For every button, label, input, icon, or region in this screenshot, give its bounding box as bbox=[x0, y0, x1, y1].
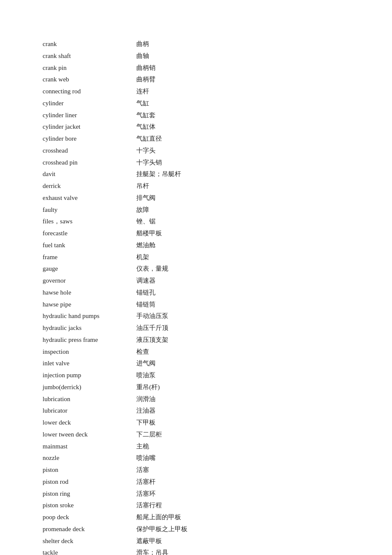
english-term: hawse pipe bbox=[43, 299, 136, 311]
english-term: lower deck bbox=[43, 417, 136, 429]
list-item: cylinder liner气缸套 bbox=[43, 110, 349, 121]
chinese-term: 锉、锯 bbox=[136, 216, 156, 228]
list-item: faulty故障 bbox=[43, 204, 349, 216]
chinese-term: 保护甲板之上甲板 bbox=[136, 523, 187, 535]
list-item: inlet valve进气阀 bbox=[43, 358, 349, 370]
chinese-term: 液压顶支架 bbox=[136, 334, 168, 346]
vocabulary-list: crank曲柄crank shaft曲轴crank pin曲柄销crank we… bbox=[43, 38, 349, 555]
list-item: connecting rod连杆 bbox=[43, 86, 349, 98]
list-item: cylinder气缸 bbox=[43, 98, 349, 110]
list-item: frame机架 bbox=[43, 251, 349, 263]
chinese-term: 仪表，量规 bbox=[136, 263, 168, 275]
chinese-term: 排气阀 bbox=[136, 192, 156, 204]
chinese-term: 遮蔽甲板 bbox=[136, 535, 162, 547]
english-term: tackle bbox=[43, 547, 136, 555]
chinese-term: 船尾上面的甲板 bbox=[136, 512, 181, 523]
list-item: shelter deck遮蔽甲板 bbox=[43, 535, 349, 547]
chinese-term: 气缸套 bbox=[136, 110, 156, 121]
chinese-term: 气缸体 bbox=[136, 121, 156, 133]
list-item: piston活塞 bbox=[43, 464, 349, 476]
english-term: promenade deck bbox=[43, 523, 136, 535]
list-item: files，saws锉、锯 bbox=[43, 216, 349, 228]
list-item: exhaust valve排气阀 bbox=[43, 192, 349, 204]
chinese-term: 调速器 bbox=[136, 275, 156, 287]
english-term: davit bbox=[43, 168, 136, 180]
english-term: crank bbox=[43, 38, 136, 50]
list-item: forecastle艏楼甲板 bbox=[43, 228, 349, 240]
chinese-term: 喷油嘴 bbox=[136, 452, 156, 464]
english-term: crosshead bbox=[43, 145, 136, 157]
english-term: hydraulic press frame bbox=[43, 334, 136, 346]
list-item: mainmast主桅 bbox=[43, 441, 349, 453]
list-item: lower tween deck下二层柜 bbox=[43, 429, 349, 441]
english-term: inspection bbox=[43, 346, 136, 358]
list-item: crank曲柄 bbox=[43, 38, 349, 50]
list-item: gauge仪表，量规 bbox=[43, 263, 349, 275]
chinese-term: 进气阀 bbox=[136, 358, 156, 370]
chinese-term: 气缸 bbox=[136, 98, 149, 110]
list-item: nozzle喷油嘴 bbox=[43, 452, 349, 464]
english-term: crank pin bbox=[43, 62, 136, 74]
english-term: hawse hole bbox=[43, 287, 136, 299]
chinese-term: 主桅 bbox=[136, 441, 149, 453]
chinese-term: 十字头销 bbox=[136, 157, 162, 169]
english-term: inlet valve bbox=[43, 358, 136, 370]
list-item: lubricator注油器 bbox=[43, 405, 349, 417]
english-term: piston sroke bbox=[43, 500, 136, 512]
english-term: nozzle bbox=[43, 452, 136, 464]
list-item: cylinder bore气缸直径 bbox=[43, 133, 349, 145]
chinese-term: 下二层柜 bbox=[136, 429, 162, 441]
chinese-term: 曲轴 bbox=[136, 50, 149, 62]
list-item: cylinder jacket气缸体 bbox=[43, 121, 349, 133]
chinese-term: 燃油舱 bbox=[136, 240, 156, 251]
list-item: lubrication润滑油 bbox=[43, 393, 349, 405]
english-term: frame bbox=[43, 251, 136, 263]
chinese-term: 机架 bbox=[136, 251, 149, 263]
chinese-term: 锚链筒 bbox=[136, 299, 156, 311]
list-item: piston sroke活塞行程 bbox=[43, 500, 349, 512]
list-item: crank web曲柄臂 bbox=[43, 74, 349, 86]
list-item: davit挂艇架；吊艇杆 bbox=[43, 168, 349, 180]
list-item: hydraulic jacks油压千斤顶 bbox=[43, 322, 349, 334]
chinese-term: 锚链孔 bbox=[136, 287, 156, 299]
english-term: governor bbox=[43, 275, 136, 287]
chinese-term: 十字头 bbox=[136, 145, 156, 157]
english-term: connecting rod bbox=[43, 86, 136, 98]
list-item: promenade deck保护甲板之上甲板 bbox=[43, 523, 349, 535]
list-item: governor调速器 bbox=[43, 275, 349, 287]
chinese-term: 油压千斤顶 bbox=[136, 322, 168, 334]
english-term: piston ring bbox=[43, 488, 136, 500]
chinese-term: 下甲板 bbox=[136, 417, 156, 429]
list-item: crank shaft曲轴 bbox=[43, 50, 349, 62]
chinese-term: 重吊(杆) bbox=[136, 382, 160, 393]
chinese-term: 连杆 bbox=[136, 86, 149, 98]
list-item: hawse hole锚链孔 bbox=[43, 287, 349, 299]
english-term: mainmast bbox=[43, 441, 136, 453]
english-term: lower tween deck bbox=[43, 429, 136, 441]
chinese-term: 曲柄臂 bbox=[136, 74, 156, 86]
english-term: fuel tank bbox=[43, 240, 136, 251]
list-item: lower deck下甲板 bbox=[43, 417, 349, 429]
list-item: crank pin曲柄销 bbox=[43, 62, 349, 74]
english-term: hydraulic hand pumps bbox=[43, 310, 136, 322]
chinese-term: 喷油泵 bbox=[136, 370, 156, 382]
english-term: shelter deck bbox=[43, 535, 136, 547]
english-term: crank web bbox=[43, 74, 136, 86]
english-term: cylinder bore bbox=[43, 133, 136, 145]
english-term: hydraulic jacks bbox=[43, 322, 136, 334]
list-item: hydraulic press frame液压顶支架 bbox=[43, 334, 349, 346]
english-term: poop deck bbox=[43, 512, 136, 523]
list-item: inspection检查 bbox=[43, 346, 349, 358]
chinese-term: 润滑油 bbox=[136, 393, 156, 405]
english-term: faulty bbox=[43, 204, 136, 216]
english-term: cylinder jacket bbox=[43, 121, 136, 133]
list-item: piston rod活塞杆 bbox=[43, 476, 349, 488]
english-term: lubrication bbox=[43, 393, 136, 405]
chinese-term: 活塞 bbox=[136, 464, 149, 476]
english-term: crosshead pin bbox=[43, 157, 136, 169]
chinese-term: 曲柄 bbox=[136, 38, 149, 50]
list-item: derrick吊杆 bbox=[43, 180, 349, 192]
list-item: hydraulic hand pumps手动油压泵 bbox=[43, 310, 349, 322]
english-term: piston bbox=[43, 464, 136, 476]
chinese-term: 气缸直径 bbox=[136, 133, 162, 145]
